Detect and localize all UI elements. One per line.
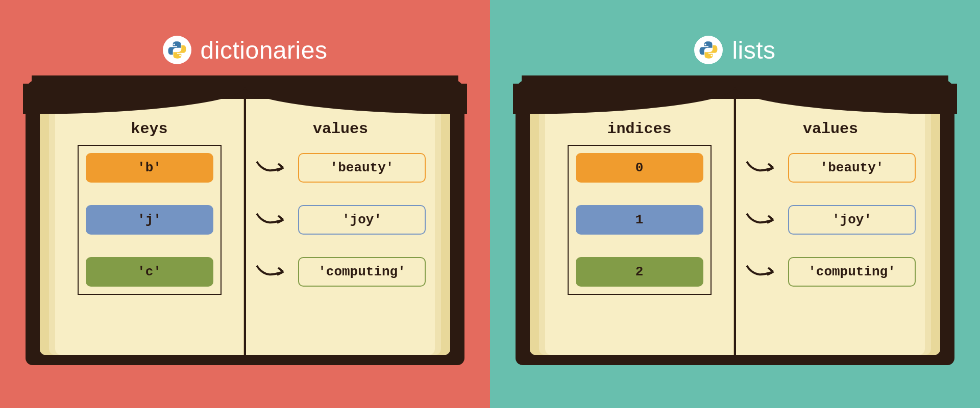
python-logo-icon bbox=[694, 36, 723, 64]
lists-title: lists bbox=[732, 36, 775, 64]
keys-page: keys 'b' 'j' 'c' bbox=[40, 90, 244, 355]
dictionaries-title: dictionaries bbox=[201, 36, 328, 64]
dictionaries-book: keys 'b' 'j' 'c' values 'beauty' bbox=[26, 80, 464, 365]
arrow-icon bbox=[745, 158, 781, 178]
values-page: values 'beauty' 'joy' 'computing' bbox=[246, 90, 450, 355]
index-chip: 1 bbox=[576, 205, 703, 235]
value-row: 'joy' bbox=[745, 205, 916, 235]
lists-book: indices 0 1 2 values 'beauty' bbox=[516, 80, 954, 365]
indices-page: indices 0 1 2 bbox=[530, 90, 734, 355]
values-page: values 'beauty' 'joy' 'computing' bbox=[736, 90, 940, 355]
keys-box: 'b' 'j' 'c' bbox=[78, 145, 222, 295]
key-chip: 'j' bbox=[86, 205, 213, 235]
indices-heading: indices bbox=[607, 120, 671, 138]
index-chip: 0 bbox=[576, 153, 703, 183]
values-heading: values bbox=[803, 120, 858, 138]
lists-panel: lists indices 0 1 2 values 'beauty' bbox=[490, 0, 980, 408]
arrow-icon bbox=[255, 262, 291, 282]
values-heading: values bbox=[313, 120, 368, 138]
key-chip: 'c' bbox=[86, 257, 213, 287]
lists-title-row: lists bbox=[694, 36, 775, 64]
keys-heading: keys bbox=[131, 120, 167, 138]
value-chip: 'joy' bbox=[788, 205, 916, 235]
value-chip: 'beauty' bbox=[788, 153, 916, 183]
dictionaries-panel: dictionaries keys 'b' 'j' 'c' values bbox=[0, 0, 490, 408]
dictionaries-title-row: dictionaries bbox=[163, 36, 328, 64]
key-chip: 'b' bbox=[86, 153, 213, 183]
value-row: 'beauty' bbox=[745, 153, 916, 183]
value-chip: 'joy' bbox=[298, 205, 426, 235]
indices-box: 0 1 2 bbox=[568, 145, 712, 295]
arrow-icon bbox=[745, 210, 781, 230]
value-row: 'joy' bbox=[255, 205, 426, 235]
value-chip: 'beauty' bbox=[298, 153, 426, 183]
python-logo-icon bbox=[163, 36, 191, 64]
arrow-icon bbox=[745, 262, 781, 282]
arrow-icon bbox=[255, 158, 291, 178]
index-chip: 2 bbox=[576, 257, 703, 287]
value-row: 'beauty' bbox=[255, 153, 426, 183]
value-row: 'computing' bbox=[745, 257, 916, 287]
arrow-icon bbox=[255, 210, 291, 230]
value-chip: 'computing' bbox=[788, 257, 916, 287]
value-row: 'computing' bbox=[255, 257, 426, 287]
value-chip: 'computing' bbox=[298, 257, 426, 287]
